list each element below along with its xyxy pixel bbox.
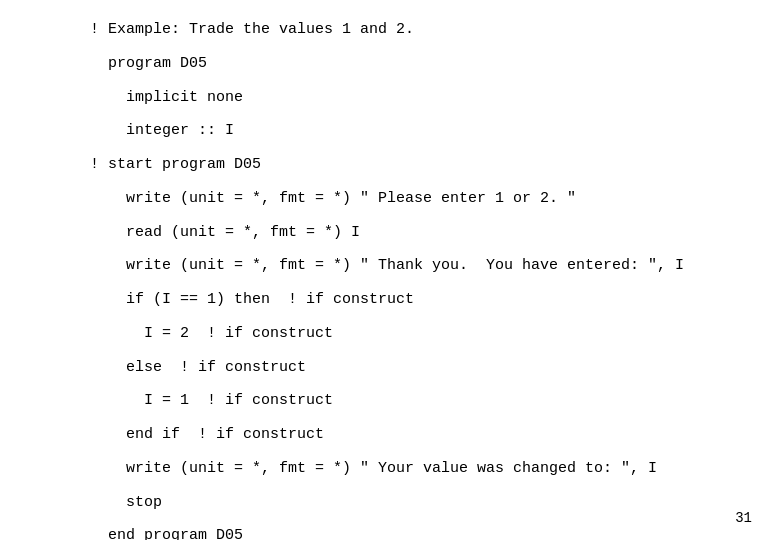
code-line [90, 515, 750, 524]
code-line: ! start program D05 [90, 153, 750, 178]
page-number: 31 [735, 510, 752, 526]
code-line [90, 110, 750, 119]
code-line [90, 77, 750, 86]
code-line [90, 482, 750, 491]
code-line: write (unit = *, fmt = *) " Your value w… [90, 457, 750, 482]
code-line: write (unit = *, fmt = *) " Please enter… [90, 187, 750, 212]
code-line [90, 43, 750, 52]
code-line: I = 2 ! if construct [90, 322, 750, 347]
code-line [90, 448, 750, 457]
code-line [90, 245, 750, 254]
code-line: else ! if construct [90, 356, 750, 381]
code-line: if (I == 1) then ! if construct [90, 288, 750, 313]
code-line [90, 414, 750, 423]
code-line: I = 1 ! if construct [90, 389, 750, 414]
code-line: end program D05 [90, 524, 750, 540]
code-line: write (unit = *, fmt = *) " Thank you. Y… [90, 254, 750, 279]
code-line [90, 178, 750, 187]
code-line [90, 212, 750, 221]
code-block: ! Example: Trade the values 1 and 2. pro… [0, 0, 780, 540]
code-line: program D05 [90, 52, 750, 77]
code-line [90, 380, 750, 389]
code-line: end if ! if construct [90, 423, 750, 448]
code-line: read (unit = *, fmt = *) I [90, 221, 750, 246]
code-line [90, 313, 750, 322]
code-line [90, 347, 750, 356]
code-line: stop [90, 491, 750, 516]
code-line [90, 279, 750, 288]
code-line: implicit none [90, 86, 750, 111]
code-line [90, 144, 750, 153]
code-line: integer :: I [90, 119, 750, 144]
code-line: ! Example: Trade the values 1 and 2. [90, 18, 750, 43]
